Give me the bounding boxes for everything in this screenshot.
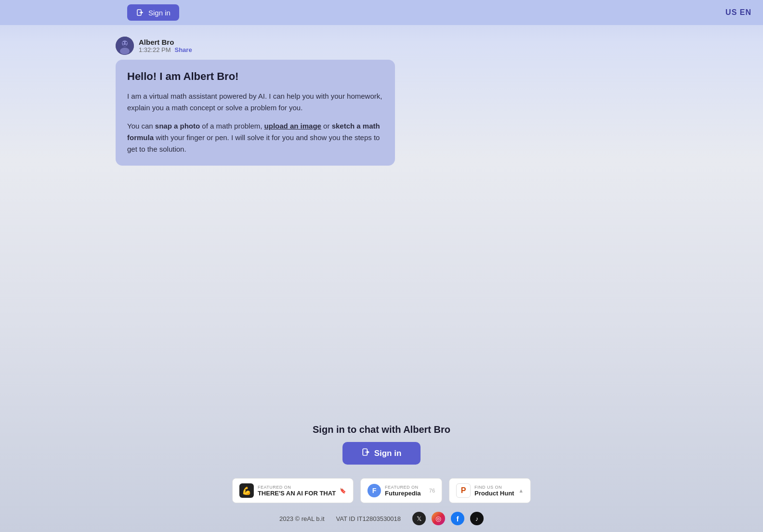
- upload-image: upload an image: [264, 122, 321, 130]
- badge-ai-right: 🔖: [340, 488, 346, 494]
- footer-social: 𝕏 ◎ f ♪: [412, 512, 484, 525]
- svg-point-5: [123, 42, 124, 44]
- sign-in-prompt: Sign in to chat with Albert Bro: [313, 424, 450, 435]
- message-meta: Albert Bro 1:32:22 PM Share: [139, 38, 192, 53]
- badge-ph-right: ▲: [518, 488, 524, 493]
- bubble-paragraph1: I am a virtual math assistant powered by…: [127, 91, 383, 114]
- main-sign-in-icon: [362, 448, 370, 459]
- instagram-icon[interactable]: ◎: [432, 512, 445, 525]
- copyright: 2023 © reAL b.it: [279, 515, 325, 522]
- badge-product-hunt[interactable]: P FIND US ON Product Hunt ▲: [449, 478, 531, 503]
- tiktok-icon[interactable]: ♪: [470, 512, 484, 525]
- badge-ph-top: FIND US ON: [474, 485, 514, 490]
- x-twitter-icon[interactable]: 𝕏: [412, 512, 426, 525]
- badge-ai-main: THERE'S AN AI FOR THAT: [258, 490, 336, 497]
- bubble-paragraph2: You can snap a photo of a math problem, …: [127, 120, 383, 155]
- share-link[interactable]: Share: [175, 46, 192, 53]
- badge-future-top: Featured on: [385, 485, 421, 490]
- header: Sign in US EN: [0, 0, 763, 25]
- facebook-icon[interactable]: f: [451, 512, 464, 525]
- badge-row: 💪 FEATURED ON THERE'S AN AI FOR THAT 🔖 F…: [232, 478, 531, 503]
- badge-ai-top: FEATURED ON: [258, 485, 336, 490]
- badge-future-right: 76: [429, 488, 435, 493]
- badge-future-text: Featured on Futurepedia: [385, 485, 421, 497]
- futurepedia-icon: F: [368, 484, 381, 497]
- badge-futurepedia[interactable]: F Featured on Futurepedia 76: [360, 478, 442, 503]
- header-sign-in-button[interactable]: Sign in: [127, 4, 179, 21]
- sign-in-section: Sign in to chat with Albert Bro Sign in: [285, 424, 478, 465]
- badge-future-main: Futurepedia: [385, 490, 421, 497]
- sender-name: Albert Bro: [139, 38, 192, 46]
- p2-prefix: You can: [127, 122, 155, 130]
- bubble-title: Hello! I am Albert Bro!: [127, 70, 383, 83]
- svg-point-6: [126, 42, 127, 44]
- p2-mid2: or: [321, 122, 332, 130]
- main-sign-in-button[interactable]: Sign in: [342, 442, 421, 465]
- message-header: Albert Bro 1:32:22 PM Share: [116, 37, 647, 55]
- snap-photo: snap a photo: [155, 122, 200, 130]
- message-container: Albert Bro 1:32:22 PM Share Hello! I am …: [116, 37, 647, 166]
- message-time: 1:32:22 PM: [139, 46, 171, 53]
- main-sign-in-label: Sign in: [374, 449, 402, 458]
- sign-in-icon: [136, 8, 145, 17]
- header-sign-in-label: Sign in: [148, 9, 171, 17]
- message-bubble: Hello! I am Albert Bro! I am a virtual m…: [116, 60, 395, 166]
- badge-ai-text: FEATURED ON THERE'S AN AI FOR THAT: [258, 485, 336, 497]
- badge-ph-text: FIND US ON Product Hunt: [474, 485, 514, 497]
- message-time-row: 1:32:22 PM Share: [139, 46, 192, 53]
- product-hunt-icon: P: [456, 483, 471, 498]
- badge-ph-main: Product Hunt: [474, 490, 514, 497]
- svg-point-4: [120, 48, 130, 54]
- chat-area: Albert Bro 1:32:22 PM Share Hello! I am …: [0, 25, 763, 177]
- p2-suffix: with your finger or pen. I will solve it…: [127, 133, 380, 153]
- locale-indicator[interactable]: US EN: [725, 8, 751, 17]
- badge-ai-for-that[interactable]: 💪 FEATURED ON THERE'S AN AI FOR THAT 🔖: [232, 478, 354, 503]
- muscle-icon: 💪: [239, 483, 254, 498]
- vat: VAT ID IT12803530018: [336, 515, 401, 522]
- footer-bar: 2023 © reAL b.it VAT ID IT12803530018 𝕏 …: [279, 512, 484, 525]
- p2-mid1: of a math problem,: [200, 122, 264, 130]
- avatar: [116, 37, 134, 55]
